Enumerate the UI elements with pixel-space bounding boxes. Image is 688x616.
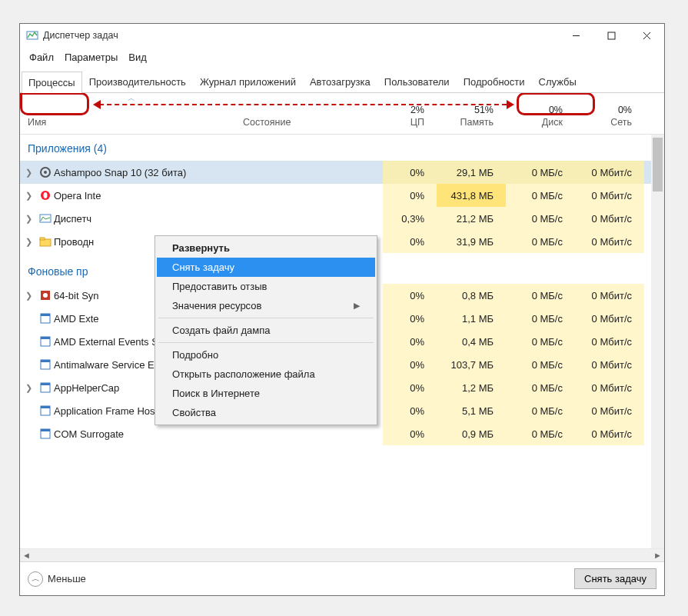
svg-rect-15 [41, 314, 50, 316]
group-apps-header[interactable]: Приложения (4) [20, 135, 664, 161]
ctx-create-dump[interactable]: Создать файл дампа [157, 321, 375, 340]
process-memory: 21,2 МБ [437, 207, 506, 230]
column-header-network[interactable]: 0% Сеть [575, 105, 644, 128]
process-name: COM Surrogate [54, 428, 243, 440]
process-disk: 0 МБ/с [506, 230, 575, 253]
tab-performance[interactable]: Производительность [82, 71, 193, 92]
tab-processes[interactable]: Процессы [22, 72, 82, 93]
process-memory: 1,1 МБ [437, 307, 506, 330]
mem-label: Память [460, 117, 494, 128]
scrollbar-thumb[interactable] [653, 138, 663, 191]
svg-rect-23 [41, 406, 50, 408]
exe-icon [37, 358, 54, 371]
tab-app-history[interactable]: Журнал приложений [193, 71, 303, 92]
chevron-up-icon: ︿ [28, 571, 43, 587]
process-disk: 0 МБ/с [506, 207, 575, 230]
process-name: Диспетч [54, 213, 243, 225]
ctx-resource-values[interactable]: Значения ресурсов ▶ [157, 296, 375, 315]
process-network: 0 Мбит/с [575, 399, 644, 422]
process-cpu: 0% [383, 161, 437, 184]
vertical-scrollbar[interactable] [651, 135, 664, 548]
process-memory: 31,9 МБ [437, 230, 506, 253]
scroll-right-icon[interactable]: ► [651, 551, 664, 560]
disk-pct: 0% [506, 105, 563, 115]
process-disk: 0 МБ/с [506, 399, 575, 422]
footer: ︿ Меньше Снять задачу [20, 561, 664, 595]
minimize-button[interactable] [558, 24, 593, 47]
submenu-chevron-icon: ▶ [354, 301, 360, 311]
process-memory: 1,2 МБ [437, 376, 506, 399]
ctx-go-to-details[interactable]: Подробно [157, 345, 375, 365]
svg-point-6 [44, 171, 47, 174]
menu-view[interactable]: Вид [124, 50, 151, 65]
process-network: 0 Мбит/с [575, 207, 644, 230]
process-cpu: 0% [383, 230, 437, 253]
process-memory: 0,9 МБ [437, 422, 506, 445]
process-cpu: 0% [383, 399, 437, 422]
sort-caret-icon: ︿ [128, 93, 135, 104]
process-row[interactable]: ❯ Ashampoo Snap 10 (32 бита) 0% 29,1 МБ … [20, 161, 664, 184]
process-cpu: 0% [383, 353, 437, 376]
close-button[interactable] [629, 24, 664, 47]
expand-chevron-icon[interactable]: ❯ [20, 168, 37, 178]
process-network: 0 Мбит/с [575, 230, 644, 253]
process-disk: 0 МБ/с [506, 376, 575, 399]
expand-chevron-icon[interactable]: ❯ [20, 214, 37, 224]
process-name: Ashampoo Snap 10 (32 бита) [54, 167, 243, 178]
process-network: 0 Мбит/с [575, 376, 644, 399]
expand-chevron-icon[interactable]: ❯ [20, 191, 37, 201]
svg-point-8 [44, 192, 48, 198]
net-label: Сеть [610, 117, 632, 128]
expand-chevron-icon[interactable]: ❯ [20, 383, 37, 393]
end-task-button[interactable]: Снять задачу [574, 568, 656, 589]
exe-icon [37, 335, 54, 348]
process-row[interactable]: COM Surrogate 0% 0,9 МБ 0 МБ/с 0 Мбит/с [20, 422, 664, 445]
maximize-button[interactable] [593, 24, 629, 47]
ctx-properties[interactable]: Свойства [157, 403, 375, 422]
expand-chevron-icon[interactable]: ❯ [20, 237, 37, 247]
scroll-left-icon[interactable]: ◄ [20, 551, 33, 560]
ctx-open-location[interactable]: Открыть расположение файла [157, 365, 375, 384]
snap-icon [37, 166, 54, 178]
horizontal-scrollbar[interactable]: ◄ ► [20, 548, 664, 561]
exe-icon [37, 405, 54, 417]
ctx-search-online[interactable]: Поиск в Интернете [157, 384, 375, 403]
process-row[interactable]: ❯ Opera Inte 0% 431,8 МБ 0 МБ/с 0 Мбит/с [20, 184, 664, 207]
ctx-resource-values-label: Значения ресурсов [172, 300, 261, 311]
process-cpu: 0% [383, 376, 437, 399]
fewer-details-label: Меньше [48, 573, 86, 584]
process-disk: 0 МБ/с [506, 422, 575, 445]
column-header-cpu[interactable]: 2% ЦП [383, 105, 437, 128]
process-network: 0 Мбит/с [575, 330, 644, 353]
svg-rect-25 [41, 429, 50, 431]
ctx-separator [158, 318, 374, 318]
process-disk: 0 МБ/с [506, 353, 575, 376]
tab-services[interactable]: Службы [532, 71, 583, 92]
column-header-disk[interactable]: 0% Диск [506, 105, 575, 128]
process-cpu: 0% [383, 184, 437, 207]
explorer-icon [37, 235, 54, 248]
exe-icon [37, 312, 54, 325]
column-header-memory[interactable]: 51% Память [437, 105, 506, 128]
fewer-details-toggle[interactable]: ︿ Меньше [28, 571, 86, 587]
ctx-end-task[interactable]: Снять задачу [157, 258, 375, 277]
column-header-state[interactable]: Состояние [243, 117, 383, 128]
ctx-expand[interactable]: Развернуть [157, 238, 375, 258]
svg-rect-11 [40, 238, 45, 240]
menu-file[interactable]: Файл [25, 50, 58, 65]
process-name: Opera Inte [54, 190, 243, 201]
process-cpu: 0% [383, 307, 437, 330]
menu-options[interactable]: Параметры [60, 50, 122, 65]
column-header-name[interactable]: Имя [20, 117, 243, 128]
tab-details[interactable]: Подробности [457, 71, 532, 92]
exe-icon [37, 428, 54, 440]
process-row[interactable]: ❯ Диспетч 0,3% 21,2 МБ 0 МБ/с 0 Мбит/с [20, 207, 664, 230]
ctx-feedback[interactable]: Предоставить отзыв [157, 277, 375, 296]
svg-rect-17 [41, 337, 50, 339]
expand-chevron-icon[interactable]: ❯ [20, 291, 37, 301]
tab-startup[interactable]: Автозагрузка [303, 71, 377, 92]
process-cpu: 0% [383, 422, 437, 445]
tab-bar: Процессы Производительность Журнал прило… [20, 71, 664, 93]
tab-users[interactable]: Пользователи [377, 71, 457, 92]
process-network: 0 Мбит/с [575, 184, 644, 207]
